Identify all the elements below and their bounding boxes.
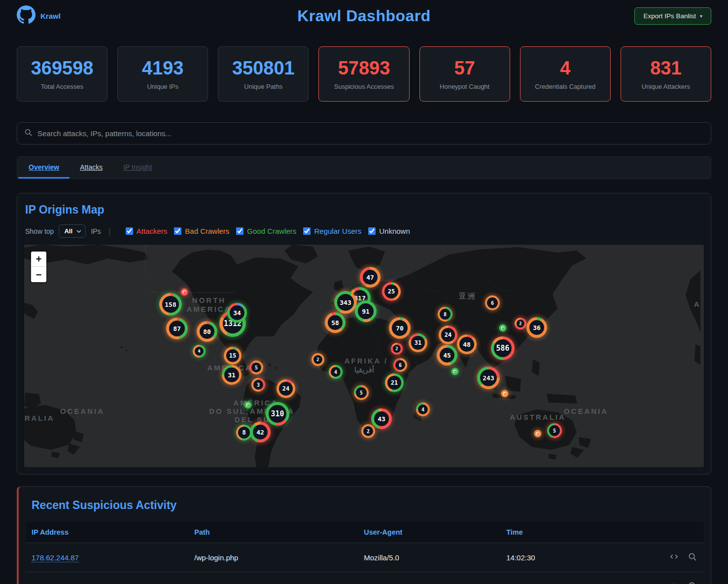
map-cluster-marker[interactable]: 5	[547, 423, 562, 438]
tab-ip-insight[interactable]: IP Insight	[113, 157, 162, 179]
filter-checkbox-attackers[interactable]	[126, 227, 133, 235]
map-cluster-marker[interactable]: 80	[197, 321, 217, 342]
show-top-suffix: IPs	[91, 227, 101, 235]
map-title: IP Origins Map	[25, 203, 703, 217]
filter-checkbox-regular-users[interactable]	[303, 227, 311, 235]
marker-count: 3	[257, 382, 260, 388]
map-cluster-marker[interactable]: 15	[224, 347, 242, 365]
marker-count: 31	[228, 371, 236, 379]
marker-count: 310	[271, 409, 284, 418]
filter-label: Attackers	[137, 227, 168, 235]
stat-card-unique-attackers: 831 Unique Attackers	[621, 46, 711, 102]
marker-count: 58	[331, 319, 339, 327]
map-cluster-marker[interactable]: 8	[438, 307, 452, 322]
marker-count: 47	[366, 274, 374, 281]
search-input[interactable]	[37, 129, 704, 138]
map-cluster-marker[interactable]: 31	[222, 365, 242, 385]
marker-count: 6	[491, 300, 494, 306]
brand[interactable]: Krawl	[17, 5, 61, 26]
map-cluster-marker[interactable]: 21	[385, 373, 404, 392]
search-bar	[17, 122, 711, 145]
view-raw-button[interactable]	[668, 580, 680, 584]
filter-good-crawlers[interactable]: Good Crawlers	[236, 227, 296, 235]
marker-count: 4	[334, 369, 337, 375]
map-cluster-marker[interactable]: 36	[526, 317, 547, 338]
export-banlist-button[interactable]: Export IPs Banlist ▾	[634, 7, 711, 25]
inspect-button[interactable]	[687, 580, 698, 584]
ip-address-link[interactable]: 178.62.244.87	[32, 583, 79, 584]
marker-count: 36	[533, 324, 541, 331]
map-cluster-marker[interactable]: 4	[193, 345, 206, 358]
map-single-marker[interactable]	[451, 368, 459, 375]
filter-checkbox-bad-crawlers[interactable]	[174, 227, 181, 235]
map-cluster-marker[interactable]: 24	[439, 326, 457, 344]
filter-attackers[interactable]: Attackers	[126, 227, 168, 235]
filter-checkbox-good-crawlers[interactable]	[236, 227, 243, 235]
map-cluster-marker[interactable]: 58	[325, 312, 346, 333]
map-single-marker[interactable]	[534, 430, 542, 438]
map-cluster-marker[interactable]: 6	[393, 358, 407, 372]
map-cluster-marker[interactable]: 47	[360, 267, 381, 288]
map-cluster-marker[interactable]: 24	[277, 379, 295, 398]
world-map[interactable]: + − NORTHAMERICAAMERICAAMÉRICADO SUL;AMÉ…	[24, 245, 704, 467]
inspect-button[interactable]	[687, 551, 698, 564]
marker-count: 24	[445, 331, 451, 338]
map-cluster-marker[interactable]: 70	[389, 317, 411, 339]
map-zoom-out-button[interactable]: −	[31, 267, 46, 282]
map-cluster-marker[interactable]: 2	[312, 353, 324, 366]
stat-card-total-accesses: 369598 Total Accesses	[17, 46, 107, 102]
marker-count: 25	[388, 288, 395, 295]
map-cluster-marker[interactable]: 2	[391, 343, 403, 355]
map-cluster-marker[interactable]: 43	[371, 408, 392, 429]
map-cluster-marker[interactable]: 158	[159, 293, 182, 316]
filter-label: Bad Crawlers	[185, 227, 229, 235]
dashboard-page: Krawl Krawl Dashboard Export IPs Banlist…	[0, 0, 728, 584]
map-single-marker[interactable]	[244, 402, 252, 409]
code-icon	[669, 555, 679, 563]
map-cluster-marker[interactable]: 8	[236, 425, 252, 440]
map-cluster-marker[interactable]: 87	[166, 318, 188, 339]
show-top-select[interactable]: All	[59, 224, 86, 238]
tab-attacks[interactable]: Attacks	[69, 157, 113, 179]
map-cluster-marker[interactable]: 2	[515, 318, 526, 329]
marker-count: 45	[443, 352, 451, 359]
map-cluster-marker[interactable]: 343	[334, 291, 357, 314]
map-cluster-marker[interactable]: 4	[329, 365, 343, 379]
map-cluster-marker[interactable]: 586	[491, 336, 515, 360]
map-cluster-marker[interactable]: 3	[251, 378, 265, 392]
map-cluster-marker[interactable]: 5	[249, 361, 263, 374]
map-cluster-marker[interactable]: 4	[416, 402, 430, 416]
recent-suspicious-activity-card: Recent Suspicious Activity IP AddressPat…	[17, 486, 711, 584]
map-cluster-marker[interactable]: 48	[457, 334, 477, 354]
map-zoom-in-button[interactable]: +	[31, 252, 46, 267]
filter-checkbox-unknown[interactable]	[368, 227, 376, 235]
map-cluster-marker[interactable]: 6	[485, 295, 500, 310]
filter-label: Regular Users	[314, 227, 361, 235]
map-cluster-marker[interactable]: 25	[382, 282, 401, 301]
stat-label: Total Accesses	[41, 83, 83, 90]
time-cell: 13:55:08	[500, 572, 616, 584]
map-cluster-marker[interactable]: 91	[355, 300, 377, 322]
marker-count: 42	[256, 429, 264, 436]
map-single-marker[interactable]	[499, 325, 507, 332]
map-cluster-marker[interactable]: 45	[437, 345, 457, 365]
stat-value: 350801	[232, 58, 295, 79]
table-row: 178.62.244.87/wp-login.phpMozilla/5.014:…	[26, 543, 704, 572]
marker-count: 8	[242, 429, 245, 436]
map-single-marker[interactable]	[501, 390, 509, 398]
ip-address-link[interactable]: 178.62.244.87	[32, 553, 79, 562]
view-raw-button[interactable]	[668, 551, 680, 564]
filter-unknown[interactable]: Unknown	[368, 227, 410, 235]
map-cluster-marker[interactable]: 2	[361, 424, 375, 438]
filter-bad-crawlers[interactable]: Bad Crawlers	[174, 227, 229, 235]
map-cluster-marker[interactable]: 42	[250, 422, 271, 442]
map-cluster-marker[interactable]: 31	[409, 333, 427, 352]
map-cluster-marker[interactable]: 5	[354, 385, 369, 400]
map-cluster-marker[interactable]: 310	[266, 402, 289, 426]
map-cluster-marker[interactable]: 34	[227, 303, 247, 323]
filter-regular-users[interactable]: Regular Users	[303, 227, 361, 235]
map-single-marker[interactable]	[181, 289, 188, 296]
tab-overview[interactable]: Overview	[18, 157, 69, 179]
map-cluster-marker[interactable]: 243	[477, 366, 500, 389]
marker-count: 158	[165, 301, 176, 308]
